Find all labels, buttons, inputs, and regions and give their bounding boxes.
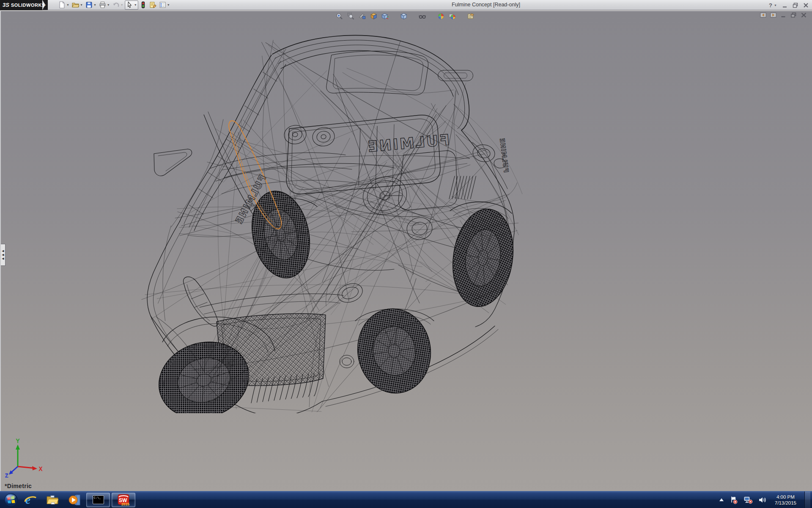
doc-close-button[interactable]: [801, 12, 807, 18]
taskbar-solidworks-2015[interactable]: SW 2015: [112, 493, 135, 507]
zoom-to-area-button[interactable]: [346, 12, 355, 20]
taskbar-command-prompt[interactable]: C:\_: [86, 493, 110, 507]
solidworks-2015-icon: SW 2015: [117, 494, 130, 506]
windows-start-icon: [4, 493, 18, 507]
taskbar-clock[interactable]: 4:00 PM 7/13/2015: [772, 494, 799, 506]
section-view-button[interactable]: [358, 12, 366, 20]
restore-button[interactable]: [793, 3, 798, 8]
wireframe-car-model[interactable]: FULMINE FULMINE FULMINE: [123, 28, 529, 413]
title-bar: 3S SOLIDWORKS ▸ ▼ ▼ ▼ ▼ ▼: [0, 0, 812, 10]
triad-z-label: Z: [5, 473, 8, 478]
section-view-icon: [359, 13, 366, 20]
undo-icon: [112, 1, 120, 8]
media-player-icon: [68, 493, 81, 507]
solidworks-year-label: 2015: [121, 502, 129, 506]
dropdown-arrow-icon[interactable]: ▼: [107, 3, 110, 6]
action-center-flag-icon[interactable]: [730, 496, 738, 504]
zoom-to-area-icon: [347, 13, 354, 20]
zoom-to-fit-button[interactable]: [335, 12, 343, 20]
display-style-button[interactable]: [381, 12, 389, 20]
rebuild-button[interactable]: [138, 0, 148, 10]
zoom-to-fit-icon: [336, 13, 343, 20]
show-hidden-icons-button[interactable]: [719, 498, 724, 502]
open-icon: [72, 1, 79, 8]
brand-name: SOLIDWORKS: [11, 3, 45, 8]
doc-restore-button[interactable]: [790, 12, 797, 18]
help-dropdown-arrow-icon[interactable]: ▼: [774, 4, 777, 7]
3ds-logo-icon: 3S: [3, 2, 9, 8]
collapse-pane-left-button[interactable]: [760, 12, 766, 18]
feature-tree-collapsed-tab[interactable]: ◀ ◀ ◀: [1, 244, 5, 266]
collapse-arrow-icon: ◀: [2, 250, 4, 252]
print-button[interactable]: ▼: [98, 0, 111, 10]
show-desktop-button[interactable]: [804, 491, 810, 508]
window-title: Fulmine Concept [Read-only]: [452, 2, 520, 8]
triad-y-label: Y: [16, 439, 19, 444]
new-document-icon: [58, 1, 66, 8]
folder-icon: [46, 493, 59, 507]
display-mode-button[interactable]: [399, 12, 408, 20]
options-button[interactable]: ▼: [158, 0, 171, 10]
edit-appearance-button[interactable]: [436, 12, 445, 20]
dropdown-arrow-icon[interactable]: ▼: [134, 3, 137, 6]
main-toolbar: ▼ ▼ ▼ ▼ ▼ ▼: [57, 0, 171, 10]
command-prompt-icon: C:\_: [93, 495, 104, 504]
options-list-icon: [159, 1, 166, 8]
hide-show-items-button[interactable]: [418, 12, 426, 20]
dropdown-arrow-icon[interactable]: ▼: [93, 3, 96, 6]
car-decal-rear: FULMINE: [366, 131, 450, 155]
solidworks-window: 3S SOLIDWORKS ▸ ▼ ▼ ▼ ▼ ▼: [0, 0, 812, 508]
dropdown-arrow-icon[interactable]: ▼: [80, 3, 83, 6]
rebuild-stoplight-icon: [140, 1, 147, 8]
view-settings-button[interactable]: [466, 12, 475, 20]
file-properties-button[interactable]: [148, 0, 158, 10]
open-button[interactable]: ▼: [71, 0, 84, 10]
internet-explorer-icon: e: [24, 493, 37, 507]
file-properties-icon: [149, 1, 156, 8]
display-style-icon: [381, 13, 389, 20]
wireframe-cube-icon: [400, 13, 407, 20]
taskbar-internet-explorer[interactable]: e: [19, 491, 41, 508]
appearance-ball-icon: [437, 13, 444, 20]
orientation-triad: Y X Z: [3, 439, 44, 478]
collapse-arrow-icon: ◀: [2, 257, 4, 260]
dropdown-arrow-icon[interactable]: ▼: [66, 3, 69, 6]
network-status-icon[interactable]: [743, 496, 753, 504]
view-orientation-icon: [370, 13, 377, 20]
car-decal-side: FULMINE: [498, 138, 510, 173]
start-button[interactable]: [3, 492, 19, 508]
taskbar-windows-explorer[interactable]: [41, 491, 63, 508]
volume-icon[interactable]: [758, 496, 767, 504]
doc-minimize-button[interactable]: [780, 12, 787, 18]
help-button[interactable]: ?: [769, 2, 772, 8]
model-viewport[interactable]: ◀ ◀ ◀ FULMINE FULMINE FULMINE: [0, 11, 812, 491]
minimize-button[interactable]: [782, 3, 787, 8]
window-controls: ? ▼: [769, 0, 809, 10]
command-prompt-label: C:\: [94, 496, 99, 500]
apply-scene-button[interactable]: [448, 12, 456, 20]
system-tray: 4:00 PM 7/13/2015: [719, 491, 812, 508]
windows-taskbar: e C:\_: [0, 491, 812, 508]
dropdown-arrow-icon[interactable]: ▼: [121, 3, 123, 6]
document-window-controls: [760, 12, 807, 18]
collapse-arrow-icon: ◀: [2, 254, 4, 256]
select-cursor-icon: [126, 1, 133, 8]
glasses-icon: [419, 13, 426, 20]
view-orientation-label: *Dimetric: [5, 483, 32, 489]
triad-x-label: X: [39, 466, 42, 472]
view-orientation-button[interactable]: [369, 12, 378, 20]
taskbar-windows-media-player[interactable]: [63, 491, 85, 508]
new-document-button[interactable]: ▼: [57, 0, 71, 10]
view-settings-card-icon: [467, 13, 475, 20]
collapse-pane-right-button[interactable]: [770, 12, 776, 18]
clock-date: 7/13/2015: [775, 500, 796, 506]
dropdown-arrow-icon[interactable]: ▼: [167, 3, 170, 6]
select-button[interactable]: ▼: [125, 0, 138, 10]
close-button[interactable]: [803, 3, 809, 8]
undo-button[interactable]: ▼: [111, 0, 125, 10]
clock-time: 4:00 PM: [775, 494, 796, 500]
save-button[interactable]: ▼: [84, 0, 98, 10]
save-icon: [85, 1, 93, 8]
solidworks-logo[interactable]: 3S SOLIDWORKS: [0, 0, 42, 10]
headsup-view-toolbar: [333, 12, 477, 21]
